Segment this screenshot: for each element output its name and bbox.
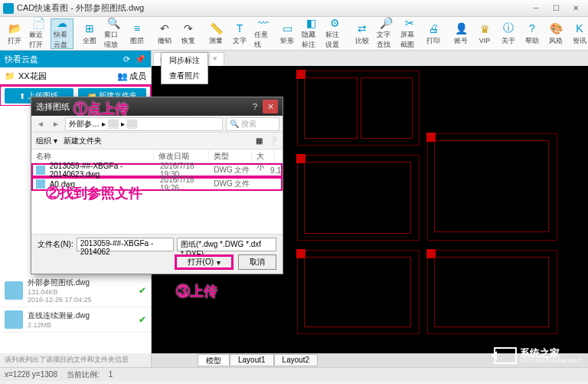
window-titlebar: CAD快速看图 - 外部参照图纸.dwg ─ ☐ ✕ [0, 0, 588, 17]
sidebar-refresh-icon[interactable]: ⟳ [120, 53, 132, 65]
view-icon[interactable]: ▦ [256, 136, 263, 145]
status-bar: x=1228 y=1308 当前比例: 1 [0, 367, 588, 381]
col-date[interactable]: 修改日期 [154, 149, 209, 162]
sidebar-footer: 该列表列出了该项目的文件和文件夹信息 [0, 353, 151, 367]
sidebar-pin-icon[interactable]: 📌 [134, 53, 146, 65]
toolbar-icon: ≡ [130, 21, 144, 35]
window-title: CAD快速看图 - 外部参照图纸.dwg [17, 2, 527, 14]
toolbar-关于[interactable]: ⓘ关于 [497, 18, 520, 49]
open-button[interactable]: 打开(O) ▾ [175, 254, 234, 270]
col-size[interactable]: 大小 [252, 149, 275, 162]
path-breadcrumb[interactable]: 外部参… ▸ ░░ ▸ ░░ [65, 117, 223, 131]
sidebar-file-item[interactable]: 外部参照图纸.dwg131.04KB2016-12-26 17:04:25✔ [0, 274, 151, 307]
toolbar-测量[interactable]: 📏测量 [204, 18, 227, 49]
layout-tab-model[interactable]: 模型 [198, 354, 230, 366]
dropdown-icon: ▾ [217, 258, 220, 267]
dialog-footer: 文件名(N): 2013059-##-XBGFa - 2014062 图纸(*.… [31, 234, 283, 274]
project-row[interactable]: 📁 XX花园 👥 成员 [0, 67, 151, 86]
filetype-filter[interactable]: 图纸(*.dwg *.DWG *.dxf *.DXF) [177, 238, 276, 251]
minimize-button[interactable]: ─ [527, 2, 545, 15]
col-type[interactable]: 类型 [209, 149, 252, 162]
project-name: XX花园 [18, 71, 47, 82]
col-name[interactable]: 名称 [31, 149, 154, 162]
toolbar-VIP[interactable]: ♛VIP [473, 18, 496, 49]
toolbar-icon: 🎨 [549, 21, 563, 35]
cancel-button[interactable]: 取消 [238, 254, 276, 270]
annotation-3: ③上传 [176, 282, 217, 300]
toolbar-文字查找[interactable]: 🔎文字查找 [374, 18, 397, 49]
toolbar-icon: ⚙ [328, 17, 341, 29]
toolbar-帮助[interactable]: ?帮助 [521, 18, 544, 49]
toolbar-比较[interactable]: ⇄比较 [351, 18, 374, 49]
toolbar-矩形[interactable]: ▭矩形 [276, 18, 299, 49]
toolbar-icon: ♛ [478, 22, 492, 36]
toolbar-icon: ↷ [181, 21, 195, 35]
filename-input[interactable]: 2013059-##-XBGFa - 2014062 [77, 238, 174, 251]
toolbar-icon: ↶ [158, 21, 172, 35]
search-icon: 🔍 [230, 120, 239, 128]
toolbar-风格[interactable]: 🎨风格 [544, 18, 567, 49]
watermark-logo-icon [494, 347, 517, 364]
filename-label: 文件名(N): [38, 239, 74, 250]
sidebar-file-item[interactable]: 直线连续测量.dwg2.12MB✔ [0, 307, 151, 333]
nav-fwd-icon[interactable]: ► [50, 118, 62, 130]
layout-tab-2[interactable]: Layout2 [274, 354, 318, 366]
menu-view-photo[interactable]: 查看照片 [162, 68, 207, 84]
members-label[interactable]: 成员 [129, 71, 146, 82]
toolbar-icon: ⓘ [501, 21, 515, 35]
toolbar-撤销[interactable]: ↶撤销 [153, 18, 176, 49]
toolbar-icon: 🖨 [426, 21, 440, 35]
dialog-close-button[interactable]: ✕ [263, 100, 278, 113]
dialog-help-icon[interactable]: ? [247, 100, 263, 113]
dialog-toolbar: 组织 ▾ 新建文件夹 ▦ ❔ [31, 133, 283, 149]
close-button[interactable]: ✕ [567, 2, 585, 15]
toolbar-快看云盘[interactable]: ☁快看云盘 [51, 18, 74, 49]
toolbar-最近打开[interactable]: 📄最近打开 [27, 18, 50, 49]
layout-tab-1[interactable]: Layout1 [230, 354, 274, 366]
dialog-navbar: ◄ ► 外部参… ▸ ░░ ▸ ░░ 🔍 搜索 [31, 116, 283, 133]
maximize-button[interactable]: ☐ [547, 2, 565, 15]
toolbar-窗口缩放[interactable]: 🔍窗口缩放 [102, 18, 125, 49]
dialog-file-row[interactable]: 2013059-##-XBGFa - 20140623.dwg2016/7/18… [31, 163, 283, 177]
toolbar-图层[interactable]: ≡图层 [126, 18, 149, 49]
toolbar-恢复[interactable]: ↷恢复 [177, 18, 200, 49]
dwg-file-icon [36, 179, 45, 189]
status-ratio-value: 1 [109, 370, 113, 379]
upload-icon: ⬆ [19, 92, 25, 100]
toolbar-账号[interactable]: 👤账号 [449, 18, 472, 49]
toolbar-icon: 〰 [256, 17, 270, 29]
toolbar-icon: ⊞ [83, 21, 96, 35]
nav-back-icon[interactable]: ◄ [34, 118, 47, 130]
toolbar-任意线[interactable]: 〰任意线 [252, 18, 275, 49]
toolbar-icon: 👤 [454, 21, 468, 35]
toolbar-icon: 📏 [209, 21, 223, 35]
app-logo-icon [3, 3, 14, 14]
help-icon[interactable]: ❔ [269, 136, 278, 145]
tab-close-icon[interactable]: × [213, 54, 217, 63]
organize-menu[interactable]: 组织 ▾ [36, 136, 57, 146]
toolbar-打开[interactable]: 📂打开 [3, 18, 26, 49]
dialog-search-input[interactable]: 🔍 搜索 [226, 117, 279, 131]
main-toolbar: 📂打开📄最近打开☁快看云盘⊞全图🔍窗口缩放≡图层↶撤销↷恢复📏测量T文字〰任意线… [0, 17, 588, 51]
synced-check-icon: ✔ [139, 314, 146, 325]
dialog-titlebar: 选择图纸 ? ✕ [31, 97, 283, 116]
toolbar-标注设置[interactable]: ⚙标注设置 [323, 18, 346, 49]
annotation-2: ②找到参照文件 [46, 184, 142, 202]
toolbar-icon: ☁ [55, 17, 69, 29]
watermark: 系统之家 XITONGZHIJIA.NET [494, 347, 582, 364]
toolbar-icon: 🔎 [379, 17, 393, 29]
toolbar-资讯[interactable]: K资讯 [568, 18, 588, 49]
toolbar-文字[interactable]: T文字 [228, 18, 251, 49]
members-icon[interactable]: 👥 [117, 71, 128, 81]
file-icon [5, 310, 23, 329]
toolbar-打印[interactable]: 🖨打印 [422, 18, 445, 49]
toolbar-隐藏标注[interactable]: ◧隐藏标注 [299, 18, 322, 49]
dialog-newfolder[interactable]: 新建文件夹 [64, 136, 102, 146]
toolbar-屏幕截图[interactable]: ✂屏幕截图 [398, 18, 421, 49]
folder-icon: 📁 [5, 71, 15, 81]
toolbar-全图[interactable]: ⊞全图 [78, 18, 101, 49]
dialog-title: 选择图纸 [36, 101, 70, 113]
toolbar-icon: ⇄ [355, 21, 369, 35]
toolbar-icon: ? [525, 21, 539, 35]
menu-sync-annot[interactable]: 同步标注 [162, 53, 207, 68]
